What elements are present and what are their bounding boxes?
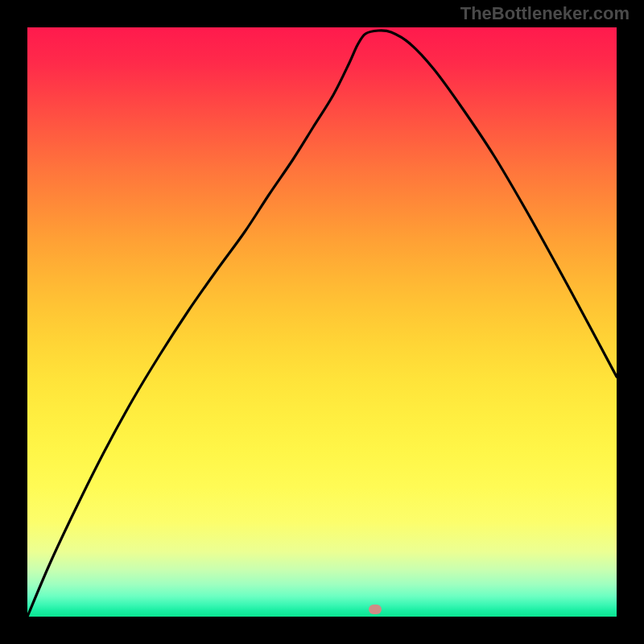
optimal-point-marker: [369, 605, 382, 614]
curve-path: [27, 31, 617, 617]
site-watermark: TheBottleneker.com: [460, 3, 630, 24]
plot-area: [27, 27, 617, 617]
bottleneck-curve: [27, 27, 617, 617]
